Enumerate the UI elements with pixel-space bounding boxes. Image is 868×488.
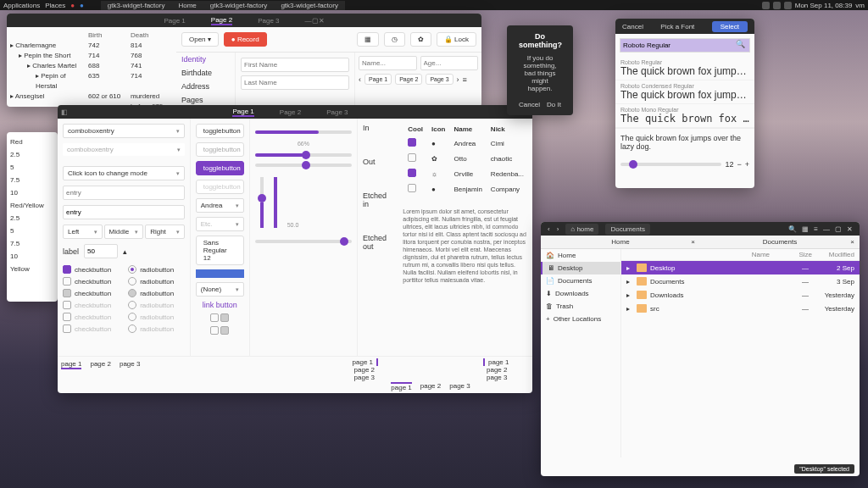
record-button[interactable]: ● Record xyxy=(224,32,267,47)
tab-p1[interactable]: page 1 xyxy=(483,358,531,366)
tool-btn[interactable]: ◷ xyxy=(384,32,405,47)
entry-input[interactable] xyxy=(63,205,185,219)
tab-p2[interactable]: page 2 xyxy=(483,366,531,374)
scale-3[interactable] xyxy=(255,240,352,243)
font-search-input[interactable] xyxy=(620,38,750,53)
view-icon[interactable]: ▦ xyxy=(802,225,809,233)
font-list[interactable]: Roboto RegularThe quick brown fox jumps … xyxy=(615,57,754,128)
tab-p1[interactable]: page 1 xyxy=(331,358,378,366)
chev-left-icon[interactable]: ‹ xyxy=(359,75,361,84)
tool-btn[interactable]: ▦ xyxy=(357,32,379,47)
checkbox[interactable] xyxy=(63,277,71,286)
fm-tab-docs[interactable]: Documents× xyxy=(700,236,860,248)
task-3[interactable]: gtk3-widget-factory xyxy=(274,1,345,10)
font-button[interactable]: Sans Regular 12 xyxy=(196,236,244,265)
fm-row[interactable]: ▸src—Yesterday xyxy=(621,302,860,315)
family-tree[interactable]: BirthDeath ▸ Charlemagne742814▸ Pepin th… xyxy=(7,27,176,107)
switch[interactable] xyxy=(210,326,219,335)
tab-p3[interactable]: page 3 xyxy=(483,374,531,381)
menu-icon[interactable]: ≡ xyxy=(463,75,467,84)
switch[interactable] xyxy=(210,313,219,322)
select-button[interactable]: Select xyxy=(712,21,748,32)
app-menu-icon[interactable]: ◧ xyxy=(58,108,68,116)
align-left[interactable]: Left xyxy=(63,225,103,239)
firstname-input[interactable] xyxy=(241,58,349,72)
font-family-item[interactable]: Roboto Condensed RegularThe quick brown … xyxy=(615,80,754,104)
link-button[interactable]: link button xyxy=(196,301,244,309)
tab-p2[interactable]: page 2 xyxy=(90,360,110,368)
font-family-item[interactable]: Roboto RegularThe quick brown fox jumps … xyxy=(615,57,754,80)
radio[interactable] xyxy=(128,265,136,274)
detail-birthdate[interactable]: Birthdate xyxy=(176,66,235,80)
menu-places[interactable]: Places xyxy=(45,2,65,9)
fm-row[interactable]: ▸Desktop—2 Sep xyxy=(621,261,860,274)
pill-page2[interactable]: Page 2 xyxy=(395,74,422,85)
task-0[interactable]: gtk3-widget-factory xyxy=(101,1,172,10)
tray-icon[interactable] xyxy=(773,2,781,9)
size-dec-icon[interactable]: − xyxy=(737,160,741,169)
lock-button[interactable]: 🔒 Lock xyxy=(437,32,476,47)
tab-page2[interactable]: Page 2 xyxy=(211,16,232,25)
tray-icon[interactable] xyxy=(762,2,770,9)
vscale[interactable] xyxy=(260,177,264,228)
spin-up-icon[interactable]: ▴ xyxy=(123,247,127,256)
chev-right-icon[interactable]: › xyxy=(457,75,459,84)
expand-icon[interactable]: ▸ xyxy=(626,278,633,286)
name-filter[interactable] xyxy=(359,56,417,70)
tab-p3[interactable]: page 3 xyxy=(331,374,378,381)
search-icon[interactable]: 🔍 xyxy=(736,40,745,48)
fm-row[interactable]: ▸Documents—3 Sep xyxy=(621,274,860,288)
toggle-button[interactable]: togglebutton xyxy=(196,124,244,138)
size-inc-icon[interactable]: + xyxy=(745,160,749,169)
close-tab-icon[interactable]: × xyxy=(850,238,854,246)
file-button[interactable]: (None) xyxy=(196,282,244,297)
maximize-icon[interactable]: ▢ xyxy=(312,17,319,25)
fm-side-item[interactable]: ⬇Downloads xyxy=(541,287,620,300)
search-icon[interactable]: 🔍 xyxy=(788,225,797,233)
menu-icon[interactable]: ≡ xyxy=(814,225,818,233)
menu-applications[interactable]: Applications xyxy=(3,2,40,9)
tree-node[interactable]: ▸ Charles Martel xyxy=(10,61,88,71)
checkbox[interactable] xyxy=(63,265,71,274)
align-right[interactable]: Right xyxy=(145,225,185,239)
cancel-button[interactable]: Cancel xyxy=(622,23,643,30)
crumb-documents[interactable]: Documents xyxy=(605,224,649,235)
radio[interactable] xyxy=(128,277,136,286)
color-button[interactable] xyxy=(196,269,244,278)
toggle-active[interactable]: togglebutton xyxy=(196,161,244,175)
open-button[interactable]: Open ▾ xyxy=(181,32,219,47)
detail-address[interactable]: Address xyxy=(176,80,235,93)
scale-2[interactable] xyxy=(255,164,352,167)
radio[interactable] xyxy=(128,289,136,297)
combo-1[interactable]: comboboxentry xyxy=(63,124,185,138)
tab-p3[interactable]: page 3 xyxy=(449,382,470,391)
maximize-icon[interactable]: ▢ xyxy=(835,225,842,233)
crumb-home[interactable]: ⌂ home xyxy=(565,224,598,235)
doit-button[interactable]: Do It xyxy=(547,101,561,108)
tab-page2[interactable]: Page 2 xyxy=(280,108,301,116)
user-menu[interactable]: vm xyxy=(855,2,865,9)
expand-icon[interactable]: ▸ xyxy=(626,305,633,313)
tab-page3[interactable]: Page 3 xyxy=(258,17,279,25)
pill-page1[interactable]: Page 1 xyxy=(364,74,392,85)
tab-p1[interactable]: page 1 xyxy=(391,382,411,391)
detail-identity[interactable]: Identity xyxy=(176,53,235,66)
font-family-item[interactable]: Roboto Mono RegularThe quick brown fox j… xyxy=(615,104,754,128)
tab-p1[interactable]: page 1 xyxy=(61,360,81,369)
fwd-icon[interactable]: › xyxy=(557,225,559,233)
close-icon[interactable]: ✕ xyxy=(847,225,853,233)
table-row[interactable]: ✿Ottochaotic xyxy=(404,152,527,165)
close-tab-icon[interactable]: × xyxy=(691,238,695,246)
table-row[interactable]: ☼OrvilleRedenba... xyxy=(404,167,527,180)
pill-page3[interactable]: Page 3 xyxy=(426,74,453,85)
task-1[interactable]: Home xyxy=(171,1,203,10)
back-icon[interactable]: ‹ xyxy=(548,225,550,233)
people-table[interactable]: CoolIconNameNick ●AndreaCimi✿Ottochaotic… xyxy=(403,122,529,197)
tab-page1[interactable]: Page 1 xyxy=(232,108,253,117)
task-2[interactable]: gtk3-widget-factory xyxy=(203,1,275,10)
tab-page3[interactable]: Page 3 xyxy=(326,108,348,116)
minimize-icon[interactable]: — xyxy=(823,225,830,233)
cancel-button[interactable]: Cancel xyxy=(519,101,540,108)
close-icon[interactable]: ✕ xyxy=(319,17,325,25)
fm-side-item[interactable]: 🗑Trash xyxy=(541,300,620,313)
